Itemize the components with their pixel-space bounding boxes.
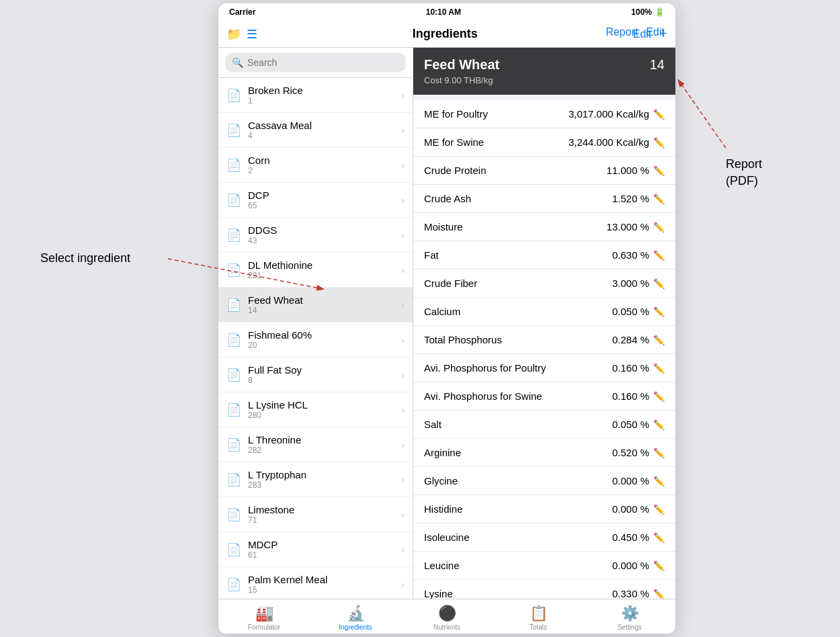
report-arrow <box>679 81 726 148</box>
ingredient-item[interactable]: 📄 DDGS 43 › <box>218 218 413 253</box>
pdf-annotation: (PDF) <box>726 174 758 187</box>
ingredient-item[interactable]: 📄 DL Methionine 281 › <box>218 253 413 288</box>
nutrition-row: Avi. Phosphorus for Swine 0.160 % ✏️ <box>413 382 675 411</box>
report-annotation: Report <box>726 157 762 171</box>
tab-item-settings[interactable]: ⚙️ Settings <box>584 605 675 631</box>
edit-pencil-icon[interactable]: ✏️ <box>653 250 665 261</box>
nutrition-value-wrap: 0.000 % ✏️ <box>612 560 665 571</box>
nutrition-value-wrap: 0.000 % ✏️ <box>612 503 665 515</box>
ingredient-item[interactable]: 📄 Full Fat Soy 8 › <box>218 357 413 392</box>
ingredient-item[interactable]: 📄 L Lysine HCL 280 › <box>218 392 413 427</box>
tab-item-formulator[interactable]: 🏭 Formulator <box>218 605 310 631</box>
ingredient-item[interactable]: 📄 Fishmeal 60% 20 › <box>218 323 413 357</box>
ingredient-id: 283 <box>248 480 394 490</box>
ingredient-info: DDGS 43 <box>248 224 394 245</box>
doc-icon: 📄 <box>226 472 241 487</box>
edit-pencil-icon[interactable]: ✏️ <box>653 532 665 543</box>
doc-icon: 📄 <box>226 437 241 452</box>
edit-pencil-icon[interactable]: ✏️ <box>653 589 665 599</box>
ingredient-item[interactable]: 📄 Broken Rice 1 › <box>218 78 413 113</box>
main-content: 🔍 📄 Broken Rice 1 › 📄 Cassava Meal 4 › <box>218 48 675 599</box>
edit-pencil-icon[interactable]: ✏️ <box>653 109 665 120</box>
chevron-right-icon: › <box>401 125 405 136</box>
list-icon[interactable]: ☰ <box>247 27 257 42</box>
nutrition-label: Lysine <box>424 588 453 599</box>
nutrition-label: Salt <box>424 419 442 430</box>
ingredient-info: Palm Kernel Meal 15 <box>248 574 394 595</box>
edit-pencil-icon[interactable]: ✏️ <box>653 306 665 317</box>
folder-icon[interactable]: 📁 <box>226 27 241 42</box>
nutrition-value-wrap: 0.520 % ✏️ <box>612 447 665 458</box>
nutrition-value: 3.000 % <box>612 278 649 289</box>
nutrition-label: Avi. Phosphorus for Poultry <box>424 362 546 374</box>
nutrition-label: ME for Poultry <box>424 108 488 120</box>
chevron-right-icon: › <box>401 405 405 415</box>
nutrition-value: 0.630 % <box>612 249 649 261</box>
ingredient-item[interactable]: 📄 Limestone 71 › <box>218 497 413 532</box>
battery-icon: 🔋 <box>655 7 665 17</box>
nutrition-value-wrap: 3.000 % ✏️ <box>612 278 665 289</box>
edit-pencil-icon[interactable]: ✏️ <box>653 222 665 232</box>
chevron-right-icon: › <box>401 579 405 590</box>
ingredient-header: Feed Wheat Cost 9.00 THB/kg 14 <box>413 48 675 95</box>
ingredient-item[interactable]: 📄 DCP 65 › <box>218 183 413 218</box>
chevron-right-icon: › <box>401 90 405 101</box>
ingredient-id: 71 <box>248 515 394 525</box>
edit-pencil-icon[interactable]: ✏️ <box>653 391 665 402</box>
edit-pencil-icon[interactable]: ✏️ <box>653 504 665 515</box>
nutrition-value: 0.160 % <box>612 390 649 402</box>
right-edit-button[interactable]: Edit <box>646 26 665 38</box>
ingredient-id: 43 <box>248 236 394 245</box>
edit-pencil-icon[interactable]: ✏️ <box>653 476 665 486</box>
search-input[interactable] <box>247 57 399 68</box>
ingredient-id: 20 <box>248 341 394 350</box>
ingredient-item[interactable]: 📄 L Threonine 282 › <box>218 427 413 462</box>
right-panel: Feed Wheat Cost 9.00 THB/kg 14 ME for Po… <box>413 48 675 599</box>
edit-pencil-icon[interactable]: ✏️ <box>653 335 665 345</box>
chevron-right-icon: › <box>401 300 405 310</box>
tab-item-nutrients[interactable]: ⚫ Nutrients <box>401 605 493 631</box>
nutrition-value: 0.000 % <box>612 475 649 486</box>
ingredient-item[interactable]: 📄 Feed Wheat 14 › <box>218 288 413 323</box>
edit-pencil-icon[interactable]: ✏️ <box>653 194 665 204</box>
edit-pencil-icon[interactable]: ✏️ <box>653 137 665 148</box>
edit-pencil-icon[interactable]: ✏️ <box>653 419 665 430</box>
edit-pencil-icon[interactable]: ✏️ <box>653 165 665 176</box>
select-ingredient-annotation: Select ingredient <box>40 251 130 265</box>
tab-item-ingredients[interactable]: 🔬 Ingredients <box>310 605 401 631</box>
ingredient-item[interactable]: 📄 MDCP 61 › <box>218 532 413 567</box>
tab-item-totals[interactable]: 📋 Totals <box>493 605 584 631</box>
edit-pencil-icon[interactable]: ✏️ <box>653 363 665 374</box>
tab-icon: ⚫ <box>438 605 456 622</box>
ingredient-item[interactable]: 📄 Corn 2 › <box>218 148 413 183</box>
nutrition-value-wrap: 13.000 % ✏️ <box>607 221 665 232</box>
ingredient-id: 1 <box>248 96 394 105</box>
left-panel: 🔍 📄 Broken Rice 1 › 📄 Cassava Meal 4 › <box>218 48 413 599</box>
ingredient-info: Full Fat Soy 8 <box>248 364 394 385</box>
tab-label: Ingredients <box>339 624 372 631</box>
chevron-right-icon: › <box>401 544 405 555</box>
search-input-wrap[interactable]: 🔍 <box>225 53 406 72</box>
ingredient-info: Cassava Meal 4 <box>248 120 394 140</box>
ingredient-item[interactable]: 📄 Palm Kernel Meal 15 › <box>218 567 413 599</box>
ingredient-id: 65 <box>248 201 394 210</box>
report-button[interactable]: Report <box>605 26 638 38</box>
nutrition-value: 0.330 % <box>612 588 649 599</box>
nutrition-value: 0.050 % <box>612 419 649 430</box>
ingredient-item[interactable]: 📄 Cassava Meal 4 › <box>218 113 413 148</box>
nutrition-label: Glycine <box>424 475 458 486</box>
edit-pencil-icon[interactable]: ✏️ <box>653 560 665 571</box>
ingredient-id: 15 <box>248 585 394 595</box>
edit-pencil-icon[interactable]: ✏️ <box>653 448 665 458</box>
battery-label: 100% 🔋 <box>631 7 665 17</box>
nutrition-value-wrap: 3,244.000 Kcal/kg ✏️ <box>569 136 665 148</box>
nutrition-value: 0.050 % <box>612 306 649 317</box>
ingredient-name: Full Fat Soy <box>248 364 394 376</box>
chevron-right-icon: › <box>401 370 405 380</box>
ingredient-name: DCP <box>248 189 394 201</box>
ingredient-info: DCP 65 <box>248 189 394 210</box>
nutrition-label: Histidine <box>424 503 463 515</box>
edit-pencil-icon[interactable]: ✏️ <box>653 278 665 289</box>
ingredient-item[interactable]: 📄 L Tryptophan 283 › <box>218 462 413 497</box>
nutrition-label: Fat <box>424 249 439 261</box>
